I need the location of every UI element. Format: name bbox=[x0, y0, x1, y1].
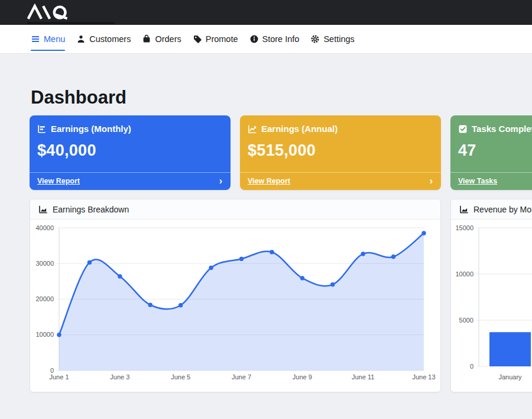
view-report-link[interactable]: View Report bbox=[37, 177, 80, 185]
dashboard-content: Dashboard Earnings (Monthly) $40,000 Vie… bbox=[0, 87, 532, 392]
chart-card-header: Revenue by Month bbox=[451, 199, 532, 220]
nav-item-customers[interactable]: Customers bbox=[76, 25, 131, 53]
nav-item-label: Settings bbox=[323, 34, 354, 44]
svg-text:June 5: June 5 bbox=[171, 373, 190, 381]
view-report-footer[interactable]: View Report › bbox=[30, 172, 231, 190]
page-title: Dashboard bbox=[31, 87, 532, 108]
svg-text:0: 0 bbox=[470, 363, 473, 370]
svg-text:40000: 40000 bbox=[35, 224, 54, 231]
bar-steps-icon bbox=[37, 124, 47, 134]
area-chart-icon bbox=[38, 205, 48, 214]
stat-card-title-row: Earnings (Monthly) bbox=[37, 124, 222, 134]
svg-text:10000: 10000 bbox=[35, 331, 54, 338]
stat-card-title-row: Tasks Completed bbox=[458, 124, 532, 134]
stat-card-title: Earnings (Annual) bbox=[261, 124, 338, 134]
svg-text:30000: 30000 bbox=[35, 260, 54, 267]
stat-card-value: 47 bbox=[458, 141, 532, 160]
stat-card-earnings-annual: Earnings (Annual) $515,000 View Report › bbox=[240, 115, 441, 190]
svg-text:20000: 20000 bbox=[35, 295, 54, 302]
tag-icon bbox=[193, 34, 202, 44]
stat-card-body: Earnings (Monthly) $40,000 bbox=[30, 115, 231, 172]
view-tasks-footer[interactable]: View Tasks › bbox=[450, 172, 532, 190]
hamburger-icon bbox=[31, 34, 40, 44]
view-report-footer[interactable]: View Report › bbox=[240, 172, 441, 190]
stat-card-body: Earnings (Annual) $515,000 bbox=[240, 115, 441, 172]
app-logo[interactable] bbox=[27, 4, 75, 24]
area-chart-icon bbox=[459, 205, 469, 214]
stat-card-row: Earnings (Monthly) $40,000 View Report ›… bbox=[30, 115, 532, 190]
svg-text:June 11: June 11 bbox=[352, 373, 374, 381]
stat-card-tasks-completed: Tasks Completed 47 View Tasks › bbox=[450, 115, 532, 190]
nav-item-menu[interactable]: Menu bbox=[31, 25, 65, 53]
stat-card-title: Tasks Completed bbox=[472, 124, 532, 134]
nav-item-label: Store Info bbox=[262, 34, 300, 44]
view-tasks-link[interactable]: View Tasks bbox=[458, 177, 497, 185]
nav-item-promote[interactable]: Promote bbox=[193, 25, 238, 53]
svg-text:5000: 5000 bbox=[459, 317, 473, 324]
chevron-right-icon: › bbox=[430, 176, 433, 186]
nav-item-label: Orders bbox=[155, 34, 181, 44]
logo-underline bbox=[27, 22, 115, 24]
nav-item-store-info[interactable]: Store Info bbox=[249, 25, 300, 53]
topbar bbox=[0, 0, 532, 25]
chart-body: 010000200003000040000June 1June 3June 5J… bbox=[30, 220, 440, 392]
svg-text:June 9: June 9 bbox=[293, 373, 312, 381]
chart-title: Earnings Breakdown bbox=[53, 205, 129, 214]
svg-text:June 7: June 7 bbox=[232, 373, 251, 381]
stat-card-value: $515,000 bbox=[248, 141, 433, 160]
chevron-right-icon: › bbox=[219, 176, 222, 186]
revenue-by-month-card: Revenue by Month 050001000015000January bbox=[450, 199, 532, 392]
nav-item-label: Menu bbox=[44, 34, 65, 44]
bag-icon bbox=[142, 34, 151, 44]
earnings-line-chart: 010000200003000040000June 1June 3June 5J… bbox=[30, 220, 440, 389]
chart-title: Revenue by Month bbox=[473, 205, 532, 214]
view-report-link[interactable]: View Report bbox=[248, 177, 290, 185]
gear-icon bbox=[310, 34, 320, 44]
active-tab-underline bbox=[31, 50, 65, 51]
nav-item-label: Customers bbox=[89, 34, 131, 44]
revenue-bar-chart: 050001000015000January bbox=[451, 220, 532, 389]
info-circle-icon bbox=[249, 34, 259, 44]
svg-text:10000: 10000 bbox=[455, 270, 473, 278]
stat-card-value: $40,000 bbox=[37, 141, 222, 160]
stat-card-title-row: Earnings (Annual) bbox=[248, 124, 433, 134]
chart-body: 050001000015000January bbox=[451, 220, 532, 392]
check-square-icon bbox=[458, 124, 468, 134]
svg-text:15000: 15000 bbox=[455, 224, 473, 231]
svg-text:0: 0 bbox=[50, 367, 54, 374]
charts-row: Earnings Breakdown 010000200003000040000… bbox=[30, 199, 532, 392]
stat-card-earnings-monthly: Earnings (Monthly) $40,000 View Report › bbox=[30, 115, 231, 190]
stat-card-title: Earnings (Monthly) bbox=[51, 124, 131, 134]
svg-text:June 3: June 3 bbox=[110, 373, 129, 381]
nav-item-label: Promote bbox=[206, 34, 238, 44]
stat-card-body: Tasks Completed 47 bbox=[450, 115, 532, 172]
nav-item-orders[interactable]: Orders bbox=[142, 25, 181, 53]
earnings-breakdown-card: Earnings Breakdown 010000200003000040000… bbox=[30, 199, 441, 392]
svg-text:June 1: June 1 bbox=[49, 373, 69, 381]
graph-up-icon bbox=[248, 124, 257, 134]
main-nav: Menu Customers Orders Promote Store Info… bbox=[0, 25, 532, 54]
chart-card-header: Earnings Breakdown bbox=[30, 199, 440, 220]
person-icon bbox=[76, 34, 86, 44]
svg-text:January: January bbox=[498, 373, 522, 381]
svg-text:June 13: June 13 bbox=[412, 373, 435, 381]
nav-item-settings[interactable]: Settings bbox=[310, 25, 354, 53]
mq-logo-icon bbox=[27, 4, 75, 21]
